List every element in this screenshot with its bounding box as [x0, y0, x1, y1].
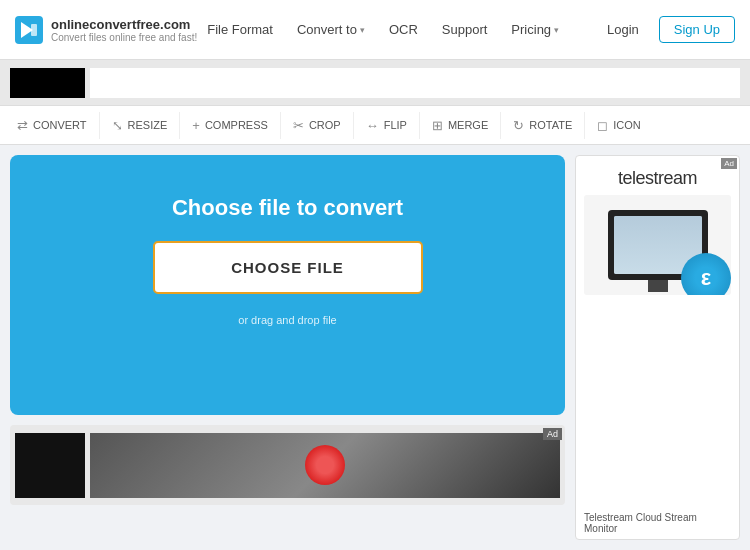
main-content: Choose file to convert CHOOSE FILE or dr… — [0, 145, 750, 550]
nav-ocr[interactable]: OCR — [379, 16, 428, 43]
bottom-ad-badge: Ad — [543, 428, 562, 440]
ad-black-box — [10, 68, 85, 98]
merge-icon: ⊞ — [432, 118, 443, 133]
header: onlineconvertfree.com Convert files onli… — [0, 0, 750, 60]
rotate-icon: ↻ — [513, 118, 524, 133]
monitor-stand — [648, 280, 668, 292]
right-ad-bottom: Telestream Cloud Stream Monitor — [576, 504, 739, 539]
tool-compress[interactable]: + COMPRESS — [180, 112, 281, 139]
bottom-ad-image — [90, 433, 560, 498]
nav-pricing[interactable]: Pricing ▾ — [501, 16, 569, 43]
right-panel: Ad telestream ε Telestream Cloud Stream … — [575, 155, 740, 540]
logo-icon — [15, 16, 43, 44]
header-actions: Login Sign Up — [597, 16, 735, 43]
signup-button[interactable]: Sign Up — [659, 16, 735, 43]
tool-icon[interactable]: ◻ ICON — [585, 112, 653, 139]
converter-title: Choose file to convert — [172, 195, 403, 221]
resize-icon: ⤡ — [112, 118, 123, 133]
ad-banner-right — [90, 68, 740, 98]
tool-merge[interactable]: ⊞ MERGE — [420, 112, 501, 139]
telestream-brand: telestream — [618, 168, 697, 188]
nav-support[interactable]: Support — [432, 16, 498, 43]
crop-icon: ✂ — [293, 118, 304, 133]
ad-label: Ad — [721, 158, 737, 169]
flip-icon: ↔ — [366, 118, 379, 133]
icon-icon: ◻ — [597, 118, 608, 133]
nav-arrow-pricing: ▾ — [554, 25, 559, 35]
main-nav: File Format Convert to ▾ OCR Support Pri… — [197, 16, 597, 43]
tool-flip[interactable]: ↔ FLIP — [354, 112, 420, 139]
telestream-badge: ε — [681, 253, 731, 295]
bottom-ad-black-box — [15, 433, 85, 498]
top-ad-banner — [0, 60, 750, 105]
telestream-image: ε — [584, 195, 731, 295]
logo-subtitle: Convert files online free and fast! — [51, 32, 197, 43]
svg-rect-2 — [31, 24, 37, 36]
compress-icon: + — [192, 118, 200, 133]
nav-convert-to[interactable]: Convert to ▾ — [287, 16, 375, 43]
login-button[interactable]: Login — [597, 17, 649, 42]
tool-resize[interactable]: ⤡ RESIZE — [100, 112, 181, 139]
tool-toolbar: ⇄ CONVERT ⤡ RESIZE + COMPRESS ✂ CROP ↔ F… — [0, 105, 750, 145]
tool-crop[interactable]: ✂ CROP — [281, 112, 354, 139]
nav-arrow-convert: ▾ — [360, 25, 365, 35]
tool-rotate[interactable]: ↻ ROTATE — [501, 112, 585, 139]
convert-icon: ⇄ — [17, 118, 28, 133]
converter-box: Choose file to convert CHOOSE FILE or dr… — [10, 155, 565, 415]
ad-figure — [305, 445, 345, 485]
choose-file-button[interactable]: CHOOSE FILE — [153, 241, 423, 294]
tool-convert[interactable]: ⇄ CONVERT — [5, 112, 100, 139]
nav-file-format[interactable]: File Format — [197, 16, 283, 43]
logo-area: onlineconvertfree.com Convert files onli… — [15, 16, 197, 44]
left-panel: Choose file to convert CHOOSE FILE or dr… — [10, 155, 565, 540]
telestream-logo: telestream — [576, 156, 739, 195]
right-ad: Ad telestream ε Telestream Cloud Stream … — [575, 155, 740, 540]
logo-title: onlineconvertfree.com — [51, 17, 197, 32]
drag-drop-text: or drag and drop file — [238, 314, 336, 326]
bottom-ad: Ad — [10, 425, 565, 505]
